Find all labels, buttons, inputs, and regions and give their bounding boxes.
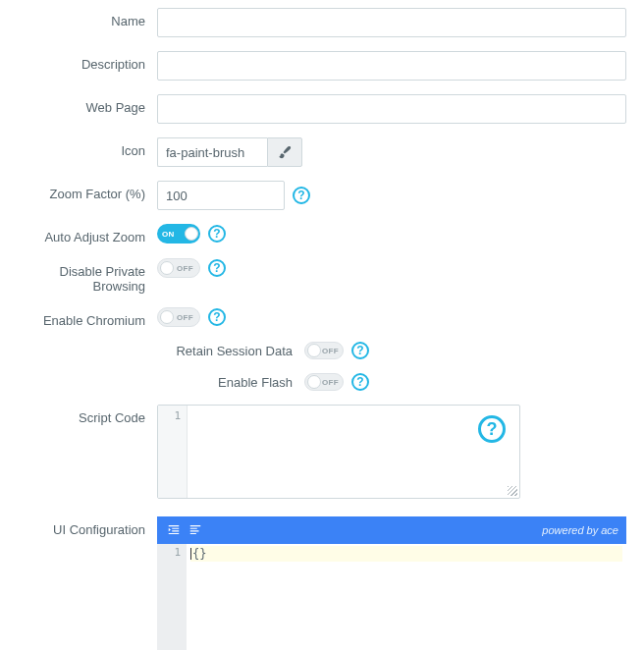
retain-session-help-icon[interactable]: ? [351, 342, 369, 359]
editor-cursor [190, 548, 191, 560]
toggle-knob [160, 310, 174, 324]
toggle-off-text: OFF [177, 313, 193, 322]
script-code-editor[interactable]: 1 ? [157, 405, 520, 499]
toggle-off-text: OFF [177, 264, 193, 273]
zoom-label: Zoom Factor (%) [12, 181, 157, 201]
powered-by-text: powered by ace [542, 524, 618, 536]
toggle-off-text: OFF [322, 378, 339, 387]
paint-brush-icon [278, 145, 292, 159]
icon-picker-button[interactable] [267, 137, 302, 167]
editor-content: {} [192, 547, 206, 561]
toggle-off-text: OFF [322, 347, 339, 355]
format-left-icon[interactable] [187, 521, 204, 539]
disable-private-label: Disable Private Browsing [12, 258, 157, 294]
description-label: Description [12, 51, 157, 72]
editor-gutter: 1 [157, 544, 187, 650]
webpage-input[interactable] [157, 94, 626, 124]
disable-private-toggle[interactable]: OFF [157, 258, 200, 278]
icon-input[interactable] [157, 137, 267, 167]
script-code-label: Script Code [12, 405, 157, 425]
script-help-icon[interactable]: ? [478, 415, 506, 443]
toggle-knob [185, 227, 198, 241]
format-indent-icon[interactable] [165, 521, 183, 539]
webpage-label: Web Page [12, 94, 157, 115]
enable-flash-label: Enable Flash [12, 375, 304, 390]
toggle-knob [160, 261, 174, 275]
editor-active-line: {} [190, 546, 622, 562]
icon-label: Icon [12, 137, 157, 158]
ui-config-editor: powered by ace 1 {} [157, 516, 626, 650]
enable-chromium-help-icon[interactable]: ? [208, 308, 226, 326]
auto-adjust-label: Auto Adjust Zoom [12, 224, 157, 244]
editor-toolbar: powered by ace [157, 516, 626, 544]
zoom-input[interactable] [157, 181, 285, 210]
resize-handle[interactable] [508, 486, 517, 496]
zoom-help-icon[interactable]: ? [293, 187, 310, 204]
description-input[interactable] [157, 51, 626, 81]
retain-session-toggle[interactable]: OFF [304, 342, 344, 359]
ui-config-label: UI Configuration [12, 516, 157, 537]
toggle-knob [307, 344, 321, 357]
toggle-knob [307, 375, 321, 389]
script-gutter: 1 [158, 406, 188, 498]
auto-adjust-help-icon[interactable]: ? [208, 225, 226, 243]
name-input[interactable] [157, 8, 626, 37]
editor-content-area[interactable]: {} [187, 544, 626, 650]
toggle-on-text: ON [162, 230, 175, 239]
auto-adjust-toggle[interactable]: ON [157, 224, 200, 244]
enable-chromium-toggle[interactable]: OFF [157, 307, 200, 327]
disable-private-help-icon[interactable]: ? [208, 259, 226, 277]
name-label: Name [12, 8, 157, 28]
enable-chromium-label: Enable Chromium [12, 307, 157, 328]
enable-flash-toggle[interactable]: OFF [304, 373, 344, 391]
enable-flash-help-icon[interactable]: ? [351, 373, 369, 391]
retain-session-label: Retain Session Data [12, 344, 304, 358]
script-body[interactable]: ? [188, 406, 519, 498]
